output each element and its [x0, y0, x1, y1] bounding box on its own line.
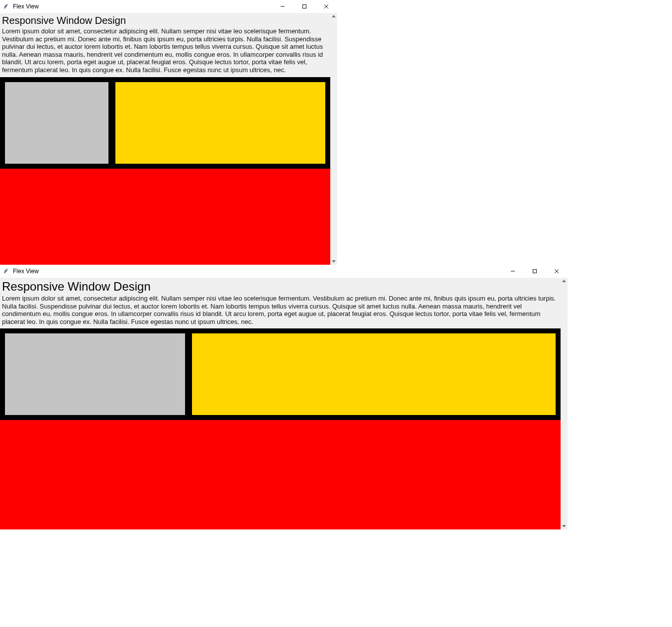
page-title: Responsive Window Design [0, 278, 561, 294]
svg-rect-1 [533, 270, 537, 273]
content: Responsive Window Design Lorem ipsum dol… [0, 278, 561, 529]
maximize-button[interactable] [293, 0, 315, 13]
content: Responsive Window Design Lorem ipsum dol… [0, 13, 330, 265]
yellow-panel [115, 82, 325, 164]
minimize-icon [280, 4, 285, 9]
window-title: Flex View [13, 3, 39, 10]
body-text: Lorem ipsum dolor sit amet, consectetur … [0, 26, 330, 77]
app-icon [3, 3, 10, 10]
minimize-button[interactable] [502, 265, 524, 278]
vertical-scrollbar[interactable] [561, 278, 568, 529]
red-panel [0, 169, 330, 265]
grey-panel [5, 82, 108, 164]
page-title: Responsive Window Design [0, 13, 330, 26]
vertical-scrollbar[interactable] [330, 13, 337, 265]
close-button[interactable] [546, 265, 568, 278]
app-window-narrow: Flex View Responsive Window Design Lorem… [0, 0, 337, 265]
grey-panel [5, 333, 185, 415]
body-text: Lorem ipsum dolor sit amet, consectetur … [0, 294, 561, 328]
maximize-icon [532, 269, 537, 274]
client-area: Responsive Window Design Lorem ipsum dol… [0, 278, 568, 529]
svg-rect-0 [303, 5, 306, 8]
close-icon [324, 4, 329, 9]
red-panel [0, 420, 561, 529]
scroll-down-icon [332, 260, 336, 263]
maximize-button[interactable] [524, 265, 546, 278]
minimize-button[interactable] [272, 0, 293, 13]
yellow-panel [192, 333, 556, 415]
panel-row-top [0, 328, 561, 420]
scroll-down-icon [562, 525, 566, 527]
app-icon [3, 268, 10, 275]
panels [0, 77, 330, 265]
titlebar-left: Flex View [0, 3, 39, 10]
page: Flex View Responsive Window Design Lorem… [0, 0, 672, 529]
app-window-wide: Flex View Responsive Window Design Lorem… [0, 265, 568, 529]
close-icon [554, 269, 559, 274]
minimize-icon [510, 269, 515, 274]
titlebar[interactable]: Flex View [0, 265, 568, 278]
scroll-up-icon [562, 280, 566, 282]
titlebar-left: Flex View [0, 268, 39, 275]
window-title: Flex View [13, 268, 39, 275]
panel-row-top [0, 77, 330, 169]
maximize-icon [302, 4, 307, 9]
titlebar[interactable]: Flex View [0, 0, 337, 13]
client-area: Responsive Window Design Lorem ipsum dol… [0, 13, 337, 265]
panels [0, 328, 561, 529]
scroll-up-icon [332, 15, 336, 17]
close-button[interactable] [315, 0, 337, 13]
